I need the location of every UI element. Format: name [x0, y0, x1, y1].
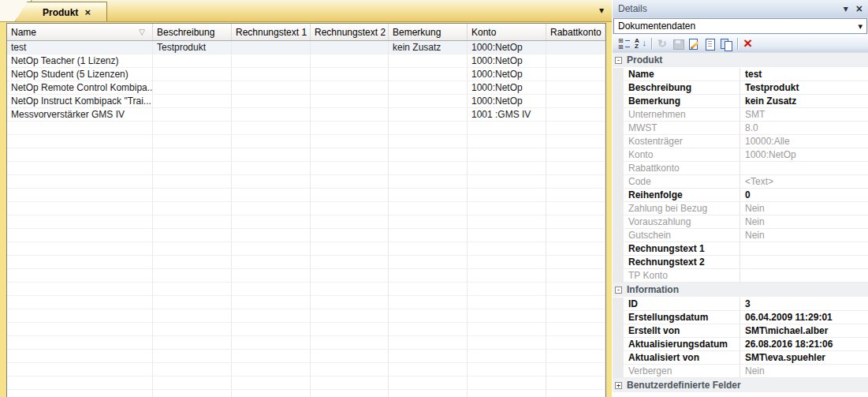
property-row[interactable]: Aktualisierungsdatum26.08.2016 18:21:06 [613, 338, 868, 351]
property-row[interactable]: Erstellt vonSMT\michael.alber [613, 324, 868, 338]
property-row[interactable]: VorauszahlungNein [613, 215, 868, 229]
details-close-icon[interactable]: × [856, 3, 862, 14]
table-cell [7, 309, 153, 323]
table-cell [546, 269, 605, 283]
property-value[interactable]: 1000:NetOp [740, 148, 868, 162]
table-row[interactable]: NetOp Instruct Kombipack "Trai...1000:Ne… [7, 95, 605, 108]
property-value[interactable]: Nein [740, 202, 868, 215]
table-cell [311, 148, 389, 162]
category-produkt[interactable]: -Produkt [613, 53, 868, 68]
property-row[interactable]: Nametest [613, 68, 868, 81]
property-value[interactable]: <Text> [740, 175, 868, 189]
toolbar-separator [651, 38, 652, 50]
property-value[interactable] [740, 269, 868, 283]
column-header-beschreibung[interactable]: Beschreibung [153, 24, 232, 40]
details-collapse-icon[interactable]: ▾ [844, 3, 848, 14]
property-row[interactable]: Aktualisiert vonSMT\eva.spuehler [613, 351, 868, 365]
property-row-gutter [613, 215, 624, 229]
property-row[interactable]: ID3 [613, 298, 868, 311]
property-row[interactable]: Zahlung bei BezugNein [613, 202, 868, 215]
property-row[interactable]: Bemerkungkein Zusatz [613, 95, 868, 108]
details-titlebar: Details ▾ × [613, 0, 868, 17]
property-row[interactable]: VerbergenNein [613, 365, 868, 378]
details-view-select[interactable]: Dokumentendaten ▾ [613, 18, 867, 34]
categorized-icon[interactable] [617, 37, 631, 51]
category-benutzerdefinierte-felder[interactable]: +Benutzerdefinierte Felder [613, 378, 868, 393]
table-cell [389, 95, 468, 108]
table-cell [7, 242, 153, 256]
filter-icon[interactable]: ▽ [139, 28, 145, 36]
table-cell [153, 68, 232, 81]
category-information[interactable]: -Information [613, 283, 868, 298]
property-label: Kostenträger [624, 135, 740, 148]
property-value[interactable]: Nein [740, 215, 868, 229]
copy-icon[interactable] [719, 37, 733, 51]
table-cell [232, 363, 311, 376]
property-row[interactable]: Code<Text> [613, 175, 868, 189]
property-row[interactable]: Rechnungstext 1 [613, 242, 868, 256]
table-cell [153, 108, 232, 122]
property-value[interactable]: kein Zusatz [740, 95, 868, 108]
table-cell [311, 108, 389, 122]
tab-close-icon[interactable]: × [84, 7, 91, 17]
table-cell [153, 95, 232, 108]
property-value[interactable]: 06.04.2009 11:29:01 [740, 311, 868, 324]
column-header-rechnungstext-1[interactable]: Rechnungstext 1 [232, 24, 311, 40]
property-row[interactable]: MWST8.0 [613, 122, 868, 135]
column-header-rechnungstext-2[interactable]: Rechnungstext 2 [311, 24, 389, 40]
tab-list-dropdown-icon[interactable]: ▾ [599, 5, 604, 16]
table-cell [153, 202, 232, 215]
table-row[interactable]: NetOp Student (5 Lizenzen)1000:NetOp [7, 68, 605, 81]
property-value[interactable] [740, 242, 868, 256]
collapse-box-icon[interactable]: - [615, 57, 622, 64]
column-header-bemerkung[interactable]: Bemerkung [389, 24, 468, 40]
property-value[interactable]: 0 [740, 189, 868, 202]
sort-az-icon[interactable] [633, 37, 647, 51]
property-value[interactable] [740, 162, 868, 175]
property-value[interactable]: 3 [740, 298, 868, 311]
property-value[interactable]: SMT\michael.alber [740, 324, 868, 338]
edit-icon[interactable] [687, 37, 702, 51]
property-value[interactable]: 26.08.2016 18:21:06 [740, 338, 868, 351]
table-cell [153, 363, 232, 376]
property-row[interactable]: Reihenfolge0 [613, 189, 868, 202]
table-row[interactable]: Messvorverstärker GMS IV1001 :GMS IV [7, 108, 605, 122]
chevron-down-icon[interactable]: ▾ [854, 21, 866, 32]
table-cell [468, 363, 546, 376]
property-row[interactable]: GutscheinNein [613, 229, 868, 242]
table-row[interactable]: testTestproduktkein Zusatz1000:NetOp [7, 41, 605, 54]
table-row[interactable]: NetOp Remote Control Kombipa...1000:NetO… [7, 81, 605, 95]
property-value[interactable]: SMT\eva.spuehler [740, 351, 868, 365]
property-row[interactable]: TP Konto [613, 269, 868, 283]
table-cell [232, 108, 311, 122]
property-row[interactable]: BeschreibungTestprodukt [613, 81, 868, 95]
column-header-konto[interactable]: Konto [468, 24, 546, 40]
property-row-gutter [613, 81, 624, 95]
column-header-rabattkonto[interactable]: Rabattkonto [546, 24, 605, 40]
property-value[interactable]: 10000:Alle [740, 135, 868, 148]
column-header-name[interactable]: Name▽ [7, 24, 153, 40]
table-cell [311, 350, 389, 363]
details-panel: Details ▾ × Dokumentendaten ▾ -ProduktNa… [613, 0, 868, 397]
property-value[interactable] [740, 256, 868, 269]
property-value[interactable]: Nein [740, 229, 868, 242]
property-row[interactable]: Rabattkonto [613, 162, 868, 175]
property-row[interactable]: Erstellungsdatum06.04.2009 11:29:01 [613, 311, 868, 324]
property-row[interactable]: Kostenträger10000:Alle [613, 135, 868, 148]
property-label: MWST [624, 122, 740, 135]
table-filler-row [7, 148, 605, 162]
property-value[interactable]: SMT [740, 108, 868, 122]
property-row[interactable]: Rechnungstext 2 [613, 256, 868, 269]
delete-icon[interactable] [742, 37, 756, 51]
property-value[interactable]: 8.0 [740, 122, 868, 135]
property-row[interactable]: UnternehmenSMT [613, 108, 868, 122]
table-row[interactable]: NetOp Teacher (1 Lizenz)1000:NetOp [7, 54, 605, 68]
property-row[interactable]: Konto1000:NetOp [613, 148, 868, 162]
property-value[interactable]: Nein [740, 365, 868, 378]
document-icon[interactable] [703, 37, 717, 51]
tab-produkt[interactable]: Produkt × [27, 2, 107, 22]
expand-box-icon[interactable]: + [615, 382, 622, 389]
collapse-box-icon[interactable]: - [615, 287, 622, 294]
property-value[interactable]: Testprodukt [740, 81, 868, 95]
property-value[interactable]: test [740, 68, 868, 81]
